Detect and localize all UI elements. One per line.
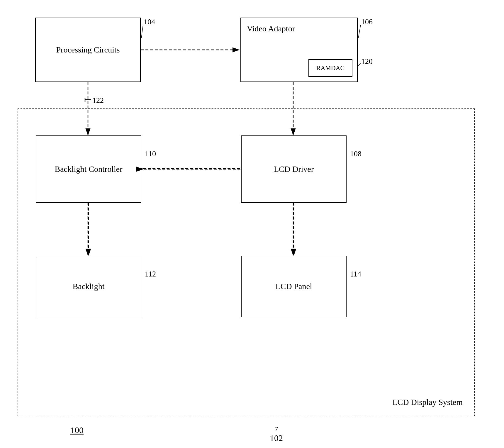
lcd-display-system-label: LCD Display System [392, 398, 463, 407]
lcd-driver-label: LCD Driver [274, 164, 314, 174]
ramdac-label: RAMDAC [316, 64, 345, 72]
lcd-panel-box: LCD Panel [241, 256, 347, 317]
figure-100-label: 100 [70, 425, 84, 435]
lcd-display-system-box: Backlight Controller LCD Driver Backligh… [18, 108, 475, 416]
svg-line-17 [358, 25, 361, 38]
processing-circuits-box: Processing Circuits [35, 18, 141, 82]
backlight-label: Backlight [73, 281, 105, 292]
video-adaptor-label: Video Adaptor [247, 23, 295, 34]
ramdac-box: RAMDAC [308, 59, 352, 77]
backlight-box: Backlight [36, 256, 141, 317]
lcd-driver-box: LCD Driver [241, 135, 347, 203]
figure-102-label: 7 102 [270, 425, 283, 443]
backlight-controller-box: Backlight Controller [36, 135, 141, 203]
ref-110: 110 [145, 150, 156, 158]
diagram-container: Processing Circuits 104 Video Adaptor RA… [18, 9, 487, 437]
ref-108: 108 [350, 150, 362, 158]
ref-114: 114 [350, 270, 361, 279]
ref-112: 112 [145, 270, 156, 279]
video-adaptor-box: Video Adaptor RAMDAC [240, 18, 358, 82]
svg-line-18 [358, 63, 361, 66]
ref-120: 120 [361, 57, 373, 66]
fig-102-number: 102 [270, 433, 283, 443]
ref-104: 104 [144, 18, 155, 26]
ref-106: 106 [361, 18, 373, 26]
backlight-controller-label: Backlight Controller [55, 164, 123, 174]
processing-circuits-label: Processing Circuits [56, 45, 120, 55]
lcd-panel-label: LCD Panel [275, 281, 312, 292]
ref122-tick [84, 95, 92, 104]
ref-122: 122 [92, 96, 104, 105]
svg-line-16 [141, 25, 143, 38]
